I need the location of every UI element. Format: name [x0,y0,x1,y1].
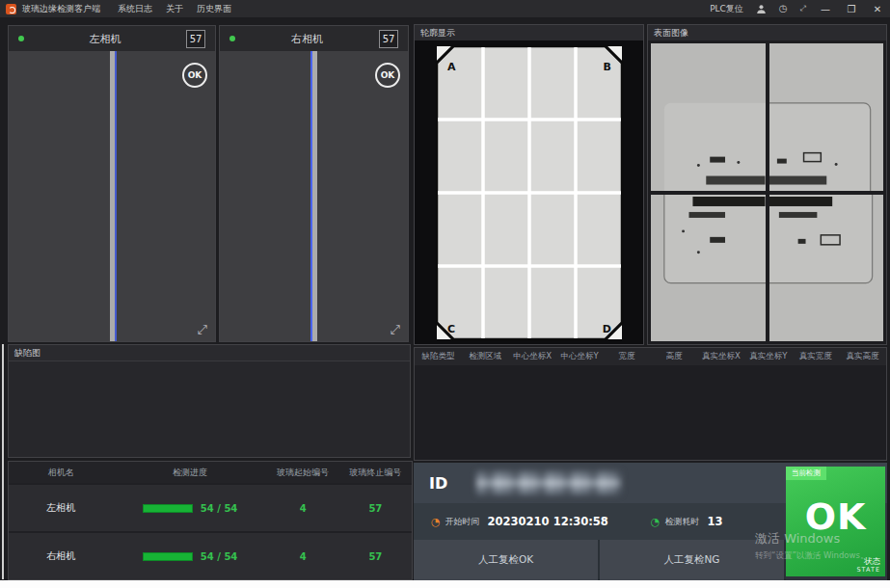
close-button[interactable]: ✕ [871,4,884,14]
desktop-background-strip [0,580,890,588]
manual-recheck-ok-button[interactable]: 人工复检OK [414,540,600,580]
current-inspection-badge: 当前检测 [786,467,826,480]
progress-bar [143,504,193,513]
app-window: 玻璃边缘检测客户端 系统日志 关于 历史界面 PLC复位 ◷ ⤢ — ❐ ✕ 左… [0,0,890,580]
right-camera-image[interactable]: OK ⤢ [220,51,408,341]
app-title: 玻璃边缘检测客户端 [22,3,100,15]
col-detect-area: 检测区域 [462,351,509,362]
col-real-y: 真实坐标Y [744,351,792,362]
corner-label-b: B [603,61,610,73]
defect-image-list[interactable] [9,361,410,457]
progress-table-header: 相机名 检测进度 玻璃起始编号 玻璃终止编号 [9,462,412,483]
corner-label-d: D [602,323,610,335]
surface-image-top-left[interactable] [651,43,766,191]
contour-display: A B C D [415,40,643,344]
elapsed-clock-icon: ◔ [651,516,661,528]
surface-image-bottom-right[interactable] [769,195,884,342]
surface-panel: 表面图像 [647,24,887,345]
start-time-clock-icon: ◔ [431,516,441,528]
camera-result-badge: OK [182,63,207,88]
defect-table-panel: 缺陷类型 检测区域 中心坐标X 中心坐标Y 宽度 高度 真实坐标X 真实坐标Y … [414,347,887,461]
camera-count: 57 [379,30,398,48]
table-row: 左相机 54 / 54 4 57 [9,485,412,531]
progress-value: 54 / 54 [201,551,237,562]
expand-icon[interactable]: ⤢ [391,323,400,335]
surface-panel-title: 表面图像 [648,25,886,40]
menu-system-log[interactable]: 系统日志 [118,3,152,15]
title-bar: 玻璃边缘检测客户端 系统日志 关于 历史界面 PLC复位 ◷ ⤢ — ❐ ✕ [0,0,890,17]
camera-name-cell: 左相机 [9,501,114,515]
progress-table-panel: 相机名 检测进度 玻璃起始编号 玻璃终止编号 左相机 54 / 54 4 57 … [8,461,413,580]
inspection-result-panel: 当前检测 OK 状态 STATE [786,467,885,576]
col-progress: 检测进度 [114,467,267,479]
scale-icon[interactable]: ⤢ [800,4,806,13]
table-row: 右相机 54 / 54 4 57 [9,533,412,579]
user-icon[interactable] [756,4,767,14]
corner-label-a: A [447,61,456,73]
right-camera-panel: 右相机 57 OK ⤢ [219,25,409,342]
contour-panel: 轮廓显示 [414,24,644,345]
glass-start-cell: 4 [267,503,339,514]
glass-contour-graphic: A B C D [434,43,625,342]
col-glass-end: 玻璃终止编号 [339,467,412,479]
camera-name-cell: 右相机 [9,549,114,563]
camera-result-badge: OK [375,63,400,88]
app-logo-icon [6,4,16,14]
defect-image-title: 缺陷图 [9,345,410,361]
restore-button[interactable]: ❐ [845,4,858,14]
elapsed-value: 13 [707,515,722,528]
glass-end-cell: 57 [339,551,412,562]
col-real-width: 真实宽度 [792,351,839,362]
expand-icon[interactable]: ⤢ [198,323,207,335]
elapsed-label: 检测耗时 [664,516,699,528]
col-center-y: 中心坐标Y [556,351,604,362]
col-height: 高度 [651,351,698,362]
progress-bar [143,552,193,561]
manual-review-buttons: 人工复检OK 人工复检NG [414,540,788,580]
start-time-label: 开始时间 [445,516,480,528]
plc-reset-label[interactable]: PLC复位 [710,3,743,15]
glass-start-cell: 4 [267,551,339,562]
menu-history[interactable]: 历史界面 [197,3,231,15]
col-center-x: 中心坐标X [509,351,556,362]
scrollbar[interactable] [2,344,4,579]
left-camera-image[interactable]: OK ⤢ [9,51,215,341]
surface-image-grid [648,40,886,344]
start-time-value: 20230210 12:30:58 [488,515,608,528]
col-real-x: 真实坐标X [697,351,744,362]
col-camera-name: 相机名 [9,467,114,479]
glass-edge-strip [312,51,317,341]
result-panel: ID ◔ 开始时间 20230210 12:30:58 ◔ 检测耗时 13 人工… [414,463,887,580]
surface-image-top-right[interactable] [769,43,884,191]
defect-image-panel: 缺陷图 [8,344,411,458]
defect-table-body[interactable] [415,365,886,460]
left-camera-header: 左相机 57 [9,26,215,51]
camera-count: 57 [186,30,205,48]
camera-name: 左相机 [24,32,186,46]
state-label: 状态 STATE [856,557,880,574]
corner-label-c: C [447,323,455,335]
right-camera-header: 右相机 57 [220,26,408,51]
col-defect-type: 缺陷类型 [415,351,462,362]
col-real-height: 真实高度 [839,351,886,362]
defect-table-header: 缺陷类型 检测区域 中心坐标X 中心坐标Y 宽度 高度 真实坐标X 真实坐标Y … [415,348,886,365]
menu-about[interactable]: 关于 [166,3,183,15]
col-glass-start: 玻璃起始编号 [267,467,339,479]
id-label: ID [429,474,447,493]
state-label-en: STATE [856,567,880,574]
progress-value: 54 / 54 [201,503,237,514]
manual-recheck-ng-button[interactable]: 人工复检NG [600,540,786,580]
clock-icon[interactable]: ◷ [779,4,788,13]
col-width: 宽度 [604,351,651,362]
contour-panel-title: 轮廓显示 [415,25,643,40]
minimize-button[interactable]: — [819,4,832,14]
camera-name: 右相机 [235,32,379,46]
glass-end-cell: 57 [339,503,412,514]
glass-edge-strip [110,51,115,341]
result-ok-text: OK [786,495,885,538]
left-camera-panel: 左相机 57 OK ⤢ [8,25,216,342]
id-value-redacted [476,471,621,494]
surface-image-bottom-left[interactable] [651,195,766,342]
